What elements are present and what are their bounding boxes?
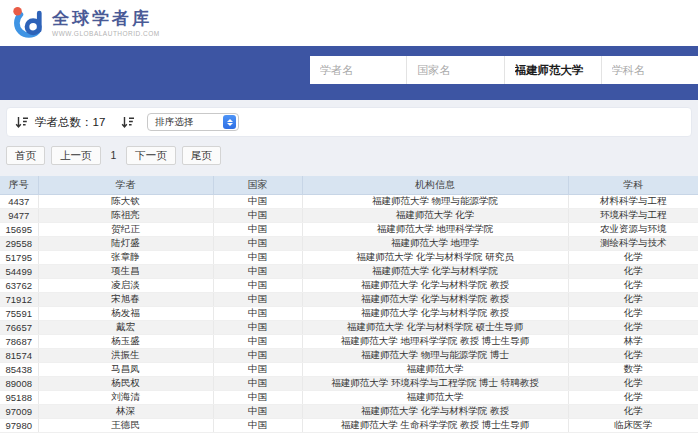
brand-text: 全球学者库 WWW.GLOBALAUTHORID.COM [52,9,160,37]
table-row: 54499项生昌中国福建师范大学 化学与材料学院化学 [0,264,698,278]
cell-id: 75591 [0,306,38,320]
total-count-value: 17 [93,116,106,128]
cell-id: 97980 [0,418,38,432]
cell-scholar: 戴宏 [38,320,213,334]
cell-id: 4437 [0,194,38,208]
cell-country: 中国 [213,362,302,376]
cell-subject: 化学 [568,278,698,292]
cell-subject: 环境科学与工程 [568,208,698,222]
cell-id: 95188 [0,390,38,404]
cell-id: 15695 [0,222,38,236]
cell-subject: 化学 [568,320,698,334]
table-row: 89008杨民权中国福建师范大学 环境科学与工程学院 博士 特聘教授化学 [0,376,698,390]
cell-id: 81574 [0,348,38,362]
cell-org: 福建师范大学 化学与材料学院 教授 [302,404,568,418]
cell-country: 中国 [213,418,302,432]
scholar-name-input[interactable] [310,64,406,76]
pagination: 首页 上一页 1 下一页 尾页 [6,146,692,165]
cell-scholar: 贺纪正 [38,222,213,236]
header-country: 国家 [213,176,302,194]
content-controls-section: 学者总数：17 排序选择 首页 上一页 1 下一页 尾页 [0,100,698,176]
cell-subject: 化学 [568,404,698,418]
cell-scholar: 洪振生 [38,348,213,362]
cell-scholar: 马昌凤 [38,362,213,376]
institution-field-wrap [505,56,602,84]
table-row: 51795张章静中国福建师范大学 化学与材料学院 研究员化学 [0,250,698,264]
sort-amount-icon[interactable] [15,116,29,129]
table-row: 97009林深中国福建师范大学 化学与材料学院 教授化学 [0,404,698,418]
cell-org: 福建师范大学 化学 [302,208,568,222]
sort-select-label: 排序选择 [155,116,193,129]
header-org: 机构信息 [302,176,568,194]
cell-country: 中国 [213,320,302,334]
cell-scholar: 陈大钦 [38,194,213,208]
cell-country: 中国 [213,250,302,264]
cell-org: 福建师范大学 化学与材料学院 [302,264,568,278]
table-row: 76657戴宏中国福建师范大学 化学与材料学院 硕士生导师化学 [0,320,698,334]
nav-band [0,46,698,100]
cell-subject: 林学 [568,334,698,348]
cell-country: 中国 [213,306,302,320]
last-page-button[interactable]: 尾页 [182,146,221,165]
table-row: 85438马昌凤中国福建师范大学数学 [0,362,698,376]
cell-org: 福建师范大学 地理科学学院 [302,222,568,236]
table-row: 81574洪振生中国福建师范大学 物理与能源学院 博士化学 [0,348,698,362]
search-strip [310,56,698,84]
cell-org: 福建师范大学 物理与能源学院 [302,194,568,208]
cell-subject: 化学 [568,390,698,404]
cell-org: 福建师范大学 生命科学学院 教授 博士生导师 [302,418,568,432]
cell-org: 福建师范大学 化学与材料学院 教授 [302,278,568,292]
first-page-button[interactable]: 首页 [6,146,45,165]
cell-id: 89008 [0,376,38,390]
table-row: 29558陆灯盛中国福建师范大学 地理学测绘科学与技术 [0,236,698,250]
cell-country: 中国 [213,404,302,418]
cell-scholar: 刘海清 [38,390,213,404]
cell-scholar: 杨发福 [38,306,213,320]
subject-field-wrap [602,56,698,84]
cell-subject: 化学 [568,306,698,320]
cell-id: 63762 [0,278,38,292]
scholar-name-field-wrap [310,56,407,84]
cell-org: 福建师范大学 物理与能源学院 博士 [302,348,568,362]
cell-subject: 化学 [568,264,698,278]
cell-scholar: 王德民 [38,418,213,432]
cell-org: 福建师范大学 化学与材料学院 教授 [302,306,568,320]
cell-subject: 数学 [568,362,698,376]
cell-id: 71912 [0,292,38,306]
header-subject: 学科 [568,176,698,194]
subject-input[interactable] [602,64,698,76]
table-row: 75591杨发福中国福建师范大学 化学与材料学院 教授化学 [0,306,698,320]
cell-org: 福建师范大学 [302,362,568,376]
cell-id: 9477 [0,208,38,222]
cell-org: 福建师范大学 地理学 [302,236,568,250]
cell-subject: 临床医学 [568,418,698,432]
sort-order-select[interactable]: 排序选择 [147,113,239,131]
table-header-row: 序号 学者 国家 机构信息 学科 [0,176,698,194]
brand-title: 全球学者库 [52,9,160,28]
cell-id: 51795 [0,250,38,264]
site-header: 全球学者库 WWW.GLOBALAUTHORID.COM [0,0,698,46]
current-page-number[interactable]: 1 [107,146,121,164]
prev-page-button[interactable]: 上一页 [51,146,101,165]
cell-scholar: 项生昌 [38,264,213,278]
country-name-field-wrap [407,56,504,84]
cell-scholar: 宋旭春 [38,292,213,306]
next-page-button[interactable]: 下一页 [126,146,176,165]
sort-amount-icon-2[interactable] [121,116,135,129]
cell-org: 福建师范大学 [302,390,568,404]
cell-scholar: 张章静 [38,250,213,264]
cell-country: 中国 [213,376,302,390]
total-label-text: 学者总数： [35,116,93,128]
cell-org: 福建师范大学 化学与材料学院 研究员 [302,250,568,264]
table-row: 4437陈大钦中国福建师范大学 物理与能源学院材料科学与工程 [0,194,698,208]
cell-scholar: 陈祖亮 [38,208,213,222]
country-name-input[interactable] [407,64,503,76]
site-logo[interactable]: 全球学者库 WWW.GLOBALAUTHORID.COM [10,5,160,41]
cell-id: 29558 [0,236,38,250]
table-row: 97980王德民中国福建师范大学 生命科学学院 教授 博士生导师临床医学 [0,418,698,432]
cell-country: 中国 [213,236,302,250]
institution-input[interactable] [505,64,601,76]
cell-id: 97009 [0,404,38,418]
cell-org: 福建师范大学 化学与材料学院 硕士生导师 [302,320,568,334]
scholars-table: 序号 学者 国家 机构信息 学科 4437陈大钦中国福建师范大学 物理与能源学院… [0,176,698,433]
